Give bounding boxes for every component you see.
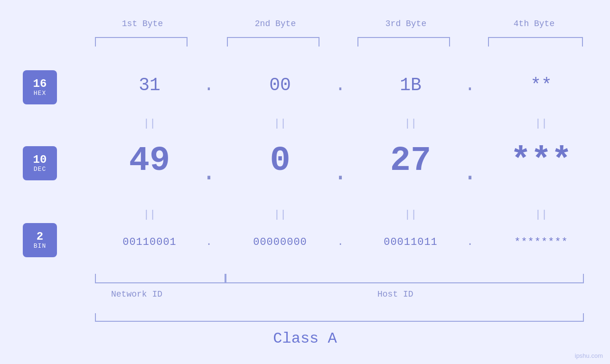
bottom-bracket-network	[95, 274, 225, 283]
bracket-col3	[357, 37, 450, 47]
col4-header: 4th Byte	[487, 19, 582, 28]
dec-val-c4: ***	[503, 141, 579, 180]
hex-dot-2: .	[331, 75, 350, 95]
dec-badge-num: 10	[33, 154, 47, 166]
hex-badge-num: 16	[33, 78, 47, 90]
dec-val-c1: 49	[112, 141, 188, 180]
bracket-col4	[488, 37, 583, 47]
dec-dot-3: .	[460, 159, 479, 187]
bin-badge-num: 2	[37, 231, 43, 243]
class-label: Class A	[0, 330, 610, 347]
bin-badge-label: BIN	[34, 243, 46, 250]
hex-badge-label: HEX	[34, 90, 46, 97]
dec-val-c3: 27	[373, 141, 449, 180]
dec-dot-1: .	[199, 159, 218, 187]
eq-row1-c1: ||	[112, 118, 188, 130]
eq-row2-c2: ||	[242, 209, 318, 221]
bin-dot-2: .	[331, 236, 350, 248]
bracket-col1	[95, 37, 188, 47]
bin-dot-1: .	[199, 236, 218, 248]
bin-val-c1: 00110001	[112, 236, 188, 248]
bin-val-c2: 00000000	[242, 236, 318, 248]
full-bottom-bracket	[95, 313, 584, 322]
bin-dot-3: .	[460, 236, 479, 248]
network-id-label: Network ID	[111, 289, 162, 299]
bracket-col2	[227, 37, 319, 47]
host-id-label: Host ID	[377, 289, 413, 299]
eq-row2-c4: ||	[503, 209, 579, 221]
col1-header: 1st Byte	[95, 19, 190, 28]
col2-header: 2nd Byte	[228, 19, 323, 28]
dec-badge-label: DEC	[34, 166, 46, 173]
hex-badge: 16 HEX	[23, 70, 57, 104]
hex-dot-1: .	[199, 75, 218, 95]
eq-row1-c3: ||	[373, 118, 449, 130]
eq-row1-c2: ||	[242, 118, 318, 130]
main-container: 16 HEX 10 DEC 2 BIN 1st Byte 2nd Byte 3r…	[0, 0, 610, 364]
hex-val-c1: 31	[112, 75, 188, 95]
hex-val-c3: 1B	[373, 75, 449, 95]
eq-row2-c1: ||	[112, 209, 188, 221]
watermark: ipshu.com	[575, 352, 603, 359]
bin-badge: 2 BIN	[23, 223, 57, 257]
col3-header: 3rd Byte	[358, 19, 453, 28]
dec-badge: 10 DEC	[23, 146, 57, 180]
bin-val-c3: 00011011	[373, 236, 449, 248]
dec-val-c2: 0	[242, 141, 318, 180]
eq-row1-c4: ||	[503, 118, 579, 130]
hex-dot-3: .	[460, 75, 479, 95]
hex-val-c2: 00	[242, 75, 318, 95]
bin-val-c4: ********	[503, 236, 579, 248]
dec-dot-2: .	[331, 159, 350, 187]
hex-val-c4: **	[503, 75, 579, 95]
bottom-bracket-host	[225, 274, 584, 283]
eq-row2-c3: ||	[373, 209, 449, 221]
